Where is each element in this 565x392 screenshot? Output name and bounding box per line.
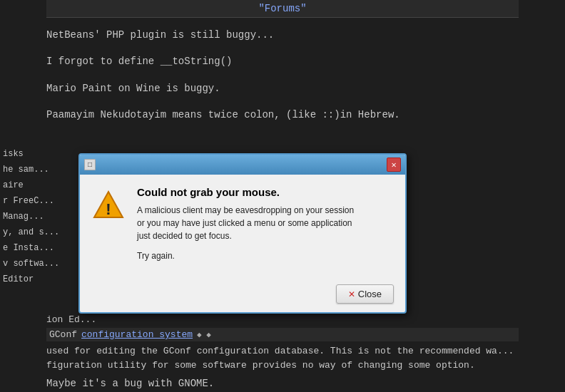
sidebar-softwa[interactable]: v softwa... (0, 256, 82, 272)
sidebar-same[interactable]: he sam... (0, 162, 82, 177)
forums-link-bar: "Forums" (46, 0, 519, 18)
dialog-message: A malicious client may be eavesdropping … (137, 204, 394, 242)
sidebar-hint: isks he sam... aire r FreeC... Manag... … (0, 146, 82, 287)
bg-content: "Forums" NetBeans' PHP plugin is still b… (0, 0, 565, 127)
svg-text:!: ! (106, 200, 111, 218)
bg-line-3: Mario Paint on Wine is buggy. (46, 73, 519, 100)
sidebar-editor[interactable]: Editor (0, 272, 82, 287)
dialog-text-area: Could not grab your mouse. A malicious c… (137, 186, 394, 274)
forums-link[interactable]: "Forums" (258, 3, 306, 14)
dialog-footer: ✕ Close (80, 280, 405, 312)
gconf-config-link[interactable]: configuration system (81, 329, 193, 340)
titlebar-window-icon: □ (84, 159, 96, 170)
section-label: ion Ed... (46, 314, 96, 325)
bg-line-2: I forgot to define __toString() (46, 46, 519, 73)
dialog-title: Could not grab your mouse. (137, 186, 394, 198)
close-x-icon: ✕ (348, 289, 355, 299)
sidebar-manag[interactable]: Manag... (0, 209, 82, 225)
dialog-close-x-button[interactable]: ✕ (387, 158, 401, 172)
sidebar-freec[interactable]: r FreeC... (0, 193, 82, 209)
warning-triangle-icon: ! (93, 189, 124, 220)
dialog-titlebar: □ ✕ (80, 155, 405, 175)
page-container: "Forums" NetBeans' PHP plugin is still b… (0, 0, 565, 392)
sidebar-y[interactable]: y, and s... (0, 225, 82, 240)
titlebar-left: □ (84, 159, 96, 170)
close-button-label: Close (358, 289, 382, 299)
dialog-overlay: □ ✕ ! Could not grab your mouse. A malic… (78, 153, 407, 314)
sidebar-insta[interactable]: e Insta... (0, 240, 82, 256)
dialog-close-button[interactable]: ✕ Close (336, 284, 394, 304)
dialog-try-again: Try again. (137, 251, 394, 261)
gconf-desc1: used for editing the GConf configuration… (46, 341, 519, 359)
dialog-icon-area: ! (91, 186, 126, 274)
gconf-prefix: GConf (49, 329, 77, 340)
dialog-body: ! Could not grab your mouse. A malicious… (80, 175, 405, 280)
sidebar-aire[interactable]: aire (0, 177, 82, 193)
sidebar-disks[interactable]: isks (0, 146, 82, 162)
maybe-line: Maybe it's a bug with GNOME. (46, 372, 519, 392)
bg-line-4: Paamayim Nekudotayim means twice colon, … (46, 100, 519, 126)
bottom-area: ion Ed... GConf configuration system ◆ ◆… (0, 313, 565, 392)
gconf-dots: ◆ ◆ (197, 330, 211, 339)
gconf-desc2: figuration utility for some software pro… (46, 359, 519, 373)
bg-line-1: NetBeans' PHP plugin is still buggy... (46, 24, 519, 46)
